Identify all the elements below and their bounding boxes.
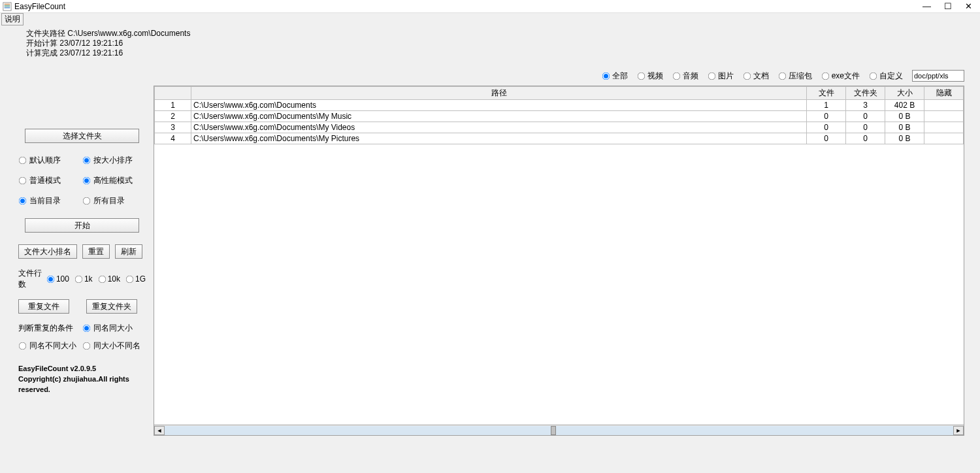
select-folder-button[interactable]: 选择文件夹 <box>25 129 139 143</box>
col-file[interactable]: 文件 <box>807 87 846 100</box>
cell-file: 1 <box>807 100 846 111</box>
scroll-left-icon[interactable]: ◄ <box>154 426 165 435</box>
rows-10k[interactable]: 10k <box>98 274 120 284</box>
cell-hidden <box>924 133 964 144</box>
filter-custom[interactable]: 自定义 <box>869 71 903 82</box>
cell-hidden <box>924 111 964 122</box>
cell-file: 0 <box>807 111 846 122</box>
scroll-right-icon[interactable]: ► <box>953 426 964 435</box>
col-idx[interactable] <box>155 87 191 100</box>
filter-all[interactable]: 全部 <box>602 71 628 82</box>
cell-idx: 3 <box>155 122 191 133</box>
rows-1k[interactable]: 1k <box>74 274 93 284</box>
mode-normal[interactable]: 普通模式 <box>18 175 82 186</box>
h-scrollbar[interactable]: ◄ ► <box>154 425 964 436</box>
rows-100[interactable]: 100 <box>46 274 69 284</box>
cell-folder: 3 <box>846 100 885 111</box>
version-text: EasyFileCount v2.0.9.5 <box>18 363 146 374</box>
reset-button[interactable]: 重置 <box>82 244 110 259</box>
result-table: 路径 文件 文件夹 大小 隐藏 1C:\Users\www.x6g.com\Do… <box>154 86 964 425</box>
maximize-button[interactable]: ☐ <box>944 1 952 11</box>
cell-path: C:\Users\www.x6g.com\Documents\My Pictur… <box>191 133 807 144</box>
col-hidden[interactable]: 隐藏 <box>924 87 964 100</box>
mode-high[interactable]: 高性能模式 <box>82 175 146 186</box>
svg-rect-1 <box>5 3 10 5</box>
col-folder[interactable]: 文件夹 <box>846 87 885 100</box>
filter-exe[interactable]: exe文件 <box>821 71 860 82</box>
cond-same[interactable]: 同名同大小 <box>82 323 146 334</box>
table-row[interactable]: 3C:\Users\www.x6g.com\Documents\My Video… <box>155 122 964 133</box>
cell-folder: 0 <box>846 122 885 133</box>
filter-bar: 全部 视频 音频 图片 文档 压缩包 exe文件 自定义 <box>0 67 980 86</box>
info-block: 文件夹路径 C:\Users\www.x6g.com\Documents 开始计… <box>0 25 980 58</box>
table-row[interactable]: 1C:\Users\www.x6g.com\Documents13402 B <box>155 100 964 111</box>
cell-path: C:\Users\www.x6g.com\Documents <box>191 100 807 111</box>
svg-rect-2 <box>5 5 10 7</box>
svg-rect-3 <box>5 7 10 8</box>
cell-path: C:\Users\www.x6g.com\Documents\My Videos <box>191 122 807 133</box>
filter-video[interactable]: 视频 <box>637 71 663 82</box>
cell-hidden <box>924 122 964 133</box>
cond-label: 判断重复的条件 <box>18 323 82 334</box>
filter-archive[interactable]: 压缩包 <box>778 71 812 82</box>
cell-idx: 1 <box>155 100 191 111</box>
app-icon <box>3 2 12 11</box>
cond-name-diff[interactable]: 同名不同大小 <box>18 340 82 351</box>
scope-current[interactable]: 当前目录 <box>18 195 82 206</box>
sort-default[interactable]: 默认顺序 <box>18 155 82 166</box>
copyright-text: Copyright(c) zhujiahua.All rights reserv… <box>18 374 146 395</box>
window-title: EasyFileCount <box>14 2 65 11</box>
cell-file: 0 <box>807 133 846 144</box>
info-done: 计算完成 23/07/12 19:21:16 <box>26 48 980 58</box>
refresh-button[interactable]: 刷新 <box>115 244 142 259</box>
info-path: 文件夹路径 C:\Users\www.x6g.com\Documents <box>26 29 980 39</box>
sort-size[interactable]: 按大小排序 <box>82 155 146 166</box>
rows-1g[interactable]: 1G <box>125 274 146 284</box>
cell-idx: 2 <box>155 111 191 122</box>
cond-size-diff[interactable]: 同大小不同名 <box>82 340 146 351</box>
minimize-button[interactable]: — <box>923 1 931 11</box>
close-button[interactable]: ✕ <box>965 1 972 11</box>
scope-all[interactable]: 所有目录 <box>82 195 146 206</box>
titlebar: EasyFileCount — ☐ ✕ <box>0 0 980 13</box>
col-size[interactable]: 大小 <box>885 87 924 100</box>
table-row[interactable]: 4C:\Users\www.x6g.com\Documents\My Pictu… <box>155 133 964 144</box>
cell-folder: 0 <box>846 111 885 122</box>
cell-size: 0 B <box>885 122 924 133</box>
cell-idx: 4 <box>155 133 191 144</box>
cell-path: C:\Users\www.x6g.com\Documents\My Music <box>191 111 807 122</box>
cell-size: 402 B <box>885 100 924 111</box>
filter-audio[interactable]: 音频 <box>672 71 698 82</box>
sort-size-button[interactable]: 文件大小排名 <box>18 244 77 259</box>
dup-file-button[interactable]: 重复文件 <box>18 299 69 314</box>
menubar: 说明 <box>0 13 980 25</box>
table-row[interactable]: 2C:\Users\www.x6g.com\Documents\My Music… <box>155 111 964 122</box>
cell-file: 0 <box>807 122 846 133</box>
col-path[interactable]: 路径 <box>191 87 807 100</box>
dup-folder-button[interactable]: 重复文件夹 <box>86 299 137 314</box>
sidebar: 选择文件夹 默认顺序 按大小排序 普通模式 高性能模式 当前目录 所有目录 开始… <box>0 86 154 436</box>
start-button[interactable]: 开始 <box>25 218 139 233</box>
cell-size: 0 B <box>885 111 924 122</box>
filter-doc[interactable]: 文档 <box>743 71 769 82</box>
cell-folder: 0 <box>846 133 885 144</box>
table-header-row: 路径 文件 文件夹 大小 隐藏 <box>155 87 964 100</box>
filter-custom-input[interactable] <box>912 70 964 82</box>
cell-hidden <box>924 100 964 111</box>
filter-image[interactable]: 图片 <box>708 71 734 82</box>
cell-size: 0 B <box>885 133 924 144</box>
info-start: 开始计算 23/07/12 19:21:16 <box>26 39 980 48</box>
rows-label: 文件行数 <box>18 268 42 290</box>
menu-desc[interactable]: 说明 <box>1 13 24 25</box>
